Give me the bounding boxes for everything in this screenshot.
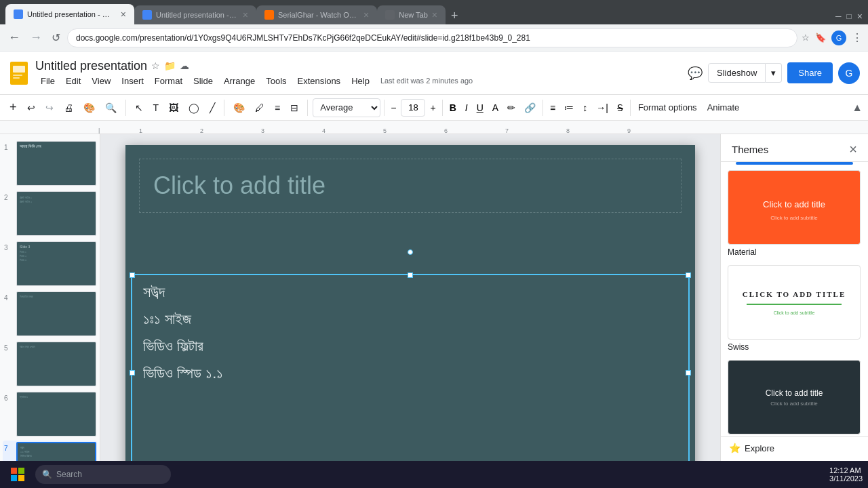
- slide-preview-5[interactable]: আরও তথ্য এখানে: [16, 342, 96, 386]
- text-color-button[interactable]: A: [489, 100, 502, 116]
- bg-color-button[interactable]: 🎨: [229, 100, 249, 116]
- menu-insert[interactable]: Insert: [116, 75, 149, 87]
- browser-tab-active[interactable]: Untitled presentation - Google ... ×: [5, 4, 134, 24]
- italic-button[interactable]: I: [462, 100, 471, 116]
- slide-canvas[interactable]: Click to add title সউব্দ ১ঃ১ সাইজ ভিডিও …: [125, 145, 695, 477]
- align-button[interactable]: ≡: [547, 100, 559, 116]
- slide-thumb-4[interactable]: 4 বিস্তারিত তথ্য: [3, 290, 97, 338]
- font-select[interactable]: Average: [313, 98, 380, 117]
- font-size-input[interactable]: [401, 99, 425, 117]
- theme-item-beach[interactable]: Click to add title Click to add subtitle…: [728, 360, 861, 436]
- slide-thumb-1[interactable]: 1 আমরা কি কি নেব: [3, 140, 97, 187]
- redo-button[interactable]: ↪: [41, 100, 58, 116]
- cursor-button[interactable]: ↖: [131, 100, 147, 116]
- slide-thumb-3[interactable]: 3 Slide 3 বিষয় ১ বিষয় ২ বিষয় ৩: [3, 240, 97, 287]
- active-tab-close[interactable]: ×: [121, 9, 126, 20]
- handle-tr[interactable]: [686, 272, 691, 278]
- print-button[interactable]: 🖨: [60, 100, 77, 116]
- format-options-button[interactable]: Format options: [634, 100, 701, 115]
- image-button[interactable]: 🖼: [165, 100, 182, 116]
- back-button[interactable]: ←: [5, 28, 23, 47]
- slide-title-area[interactable]: Click to add title: [139, 159, 682, 213]
- line-spacing-button[interactable]: ↕: [579, 100, 591, 116]
- undo-button[interactable]: ↩: [23, 100, 39, 116]
- slide-content-box[interactable]: সউব্দ ১ঃ১ সাইজ ভিডিও ফিল্টার ভিডিও স্পিড…: [131, 274, 690, 472]
- slideshow-button[interactable]: Slideshow: [708, 63, 766, 83]
- reload-button[interactable]: ↺: [49, 28, 63, 47]
- menu-slide[interactable]: Slide: [188, 75, 218, 87]
- slide-thumb-5[interactable]: 5 আরও তথ্য এখানে: [3, 340, 97, 388]
- shapes-button[interactable]: ◯: [184, 100, 203, 116]
- search-bar[interactable]: 🔍 Search: [35, 465, 171, 484]
- tab3-close[interactable]: ×: [363, 9, 369, 20]
- zoom-button[interactable]: 🔍: [101, 100, 121, 116]
- slide-thumb-2[interactable]: 2 টেক্সট লাইন ১ টেক্সট লাইন ২: [3, 190, 97, 237]
- user-avatar[interactable]: G: [838, 62, 860, 84]
- slide-preview-4[interactable]: বিস্তারিত তথ্য: [16, 291, 96, 336]
- lines-button[interactable]: ╱: [205, 100, 219, 116]
- rotation-handle[interactable]: [408, 249, 413, 255]
- highlight-button[interactable]: 🖊: [251, 100, 269, 116]
- collapse-toolbar-button[interactable]: ▲: [852, 102, 863, 114]
- move-icon[interactable]: 📁: [164, 60, 176, 71]
- line-weight-button[interactable]: ≡: [271, 100, 284, 116]
- handle-tc[interactable]: [408, 272, 413, 278]
- bookmark-icon[interactable]: 🔖: [815, 33, 826, 43]
- share-button[interactable]: Share: [787, 62, 833, 83]
- underline-button[interactable]: U: [473, 100, 487, 116]
- browser-tab-3[interactable]: SerialGhar - Watch Online India... ×: [256, 5, 377, 24]
- themes-close-button[interactable]: ×: [849, 142, 857, 156]
- indent-button[interactable]: →|: [593, 100, 612, 116]
- bold-button[interactable]: B: [446, 100, 460, 116]
- line-dash-button[interactable]: ⊟: [286, 100, 302, 116]
- menu-tools[interactable]: Tools: [260, 75, 292, 87]
- forward-button[interactable]: →: [27, 28, 45, 47]
- menu-dots[interactable]: ⋮: [852, 31, 863, 44]
- menu-help[interactable]: Help: [346, 75, 375, 87]
- font-size-increase[interactable]: +: [427, 101, 438, 115]
- text-button[interactable]: T: [149, 100, 163, 116]
- paint-format-button[interactable]: 🎨: [79, 100, 99, 116]
- menu-arrange[interactable]: Arrange: [218, 75, 260, 87]
- app-title[interactable]: Untitled presentation: [35, 59, 147, 73]
- cloud-icon[interactable]: ☁: [180, 60, 189, 71]
- tab2-close[interactable]: ×: [243, 9, 248, 20]
- profile-circle[interactable]: G: [831, 30, 846, 45]
- slide-thumb-6[interactable]: 6 স্লাইড ৬: [3, 390, 97, 438]
- slide-preview-6[interactable]: স্লাইড ৬: [16, 392, 96, 436]
- theme-item-swiss[interactable]: CLICK TO ADD TITLE Click to add subtitle…: [728, 265, 861, 352]
- start-button[interactable]: [5, 462, 30, 487]
- slideshow-dropdown-button[interactable]: ▾: [766, 63, 782, 83]
- comment-icon[interactable]: 💬: [688, 66, 703, 81]
- menu-file[interactable]: File: [35, 75, 60, 87]
- browser-tab-4[interactable]: New Tab ×: [377, 5, 446, 24]
- menu-extensions[interactable]: Extensions: [292, 75, 347, 87]
- slide-preview-3[interactable]: Slide 3 বিষয় ১ বিষয় ২ বিষয় ৩: [16, 241, 96, 286]
- explore-row[interactable]: ⭐ Explore: [721, 437, 868, 459]
- handle-mr[interactable]: [686, 370, 691, 375]
- insert-button[interactable]: +: [5, 98, 21, 117]
- menu-format[interactable]: Format: [149, 75, 188, 87]
- browser-tab-2[interactable]: Untitled presentation - Google ... ×: [134, 5, 256, 24]
- handle-ml[interactable]: [130, 370, 135, 375]
- new-tab-button[interactable]: +: [446, 9, 464, 23]
- star-title-icon[interactable]: ☆: [151, 60, 160, 71]
- tab4-close[interactable]: ×: [432, 9, 437, 20]
- maximize-button[interactable]: □: [847, 12, 852, 21]
- list-button[interactable]: ≔: [561, 100, 577, 116]
- menu-edit[interactable]: Edit: [60, 75, 86, 87]
- slide-preview-2[interactable]: টেক্সট লাইন ১ টেক্সট লাইন ২: [16, 191, 96, 236]
- link-button[interactable]: 🔗: [521, 100, 539, 116]
- theme-item-material[interactable]: Click to add title Click to add subtitle…: [728, 170, 861, 257]
- star-icon[interactable]: ☆: [802, 33, 810, 43]
- address-bar[interactable]: docs.google.com/presentation/d/1Y0xgs9Q4…: [67, 28, 797, 47]
- highlight-color-button[interactable]: ✏: [504, 100, 519, 116]
- font-size-decrease[interactable]: −: [388, 101, 399, 115]
- menu-view[interactable]: View: [86, 75, 116, 87]
- animate-button[interactable]: Animate: [703, 100, 744, 115]
- handle-tl[interactable]: [130, 272, 135, 278]
- close-window-button[interactable]: ×: [857, 11, 863, 22]
- minimize-button[interactable]: ─: [835, 12, 842, 21]
- slide-preview-1[interactable]: আমরা কি কি নেব: [16, 141, 96, 186]
- strikethrough-button[interactable]: S̶: [614, 100, 627, 116]
